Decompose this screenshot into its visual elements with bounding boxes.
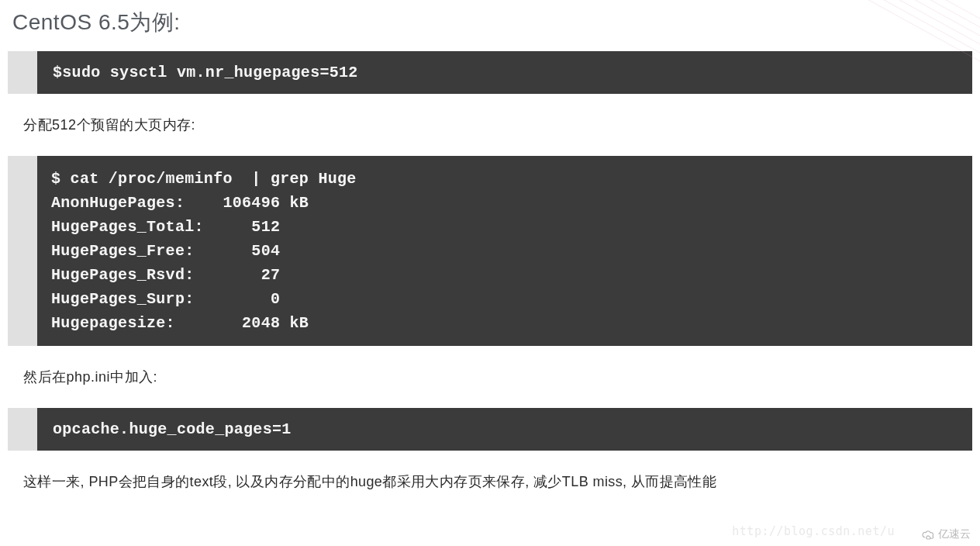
code-content: $ cat /proc/meminfo | grep Huge AnonHuge… — [37, 156, 972, 346]
watermark-url: http://blog.csdn.net/u — [732, 524, 895, 538]
code-gutter — [8, 51, 37, 94]
code-block-2: $ cat /proc/meminfo | grep Huge AnonHuge… — [8, 156, 972, 346]
paragraph-conclusion: 这样一来, PHP会把自身的text段, 以及内存分配中的huge都采用大内存页… — [23, 472, 972, 491]
code-content: opcache.huge_code_pages=1 — [37, 408, 972, 451]
article-body: CentOS 6.5为例: $sudo sysctl vm.nr_hugepag… — [0, 0, 980, 491]
watermark-brand-text: 亿速云 — [938, 527, 971, 541]
cloud-icon — [921, 529, 935, 540]
watermark-brand: 亿速云 — [921, 527, 971, 541]
code-block-3: opcache.huge_code_pages=1 — [8, 408, 972, 451]
section-heading: CentOS 6.5为例: — [12, 8, 972, 37]
code-gutter — [8, 156, 37, 346]
paragraph-alloc-desc: 分配512个预留的大页内存: — [23, 116, 972, 134]
code-content: $sudo sysctl vm.nr_hugepages=512 — [37, 51, 972, 94]
code-block-1: $sudo sysctl vm.nr_hugepages=512 — [8, 51, 972, 94]
paragraph-phpini: 然后在php.ini中加入: — [23, 368, 972, 386]
code-gutter — [8, 408, 37, 451]
